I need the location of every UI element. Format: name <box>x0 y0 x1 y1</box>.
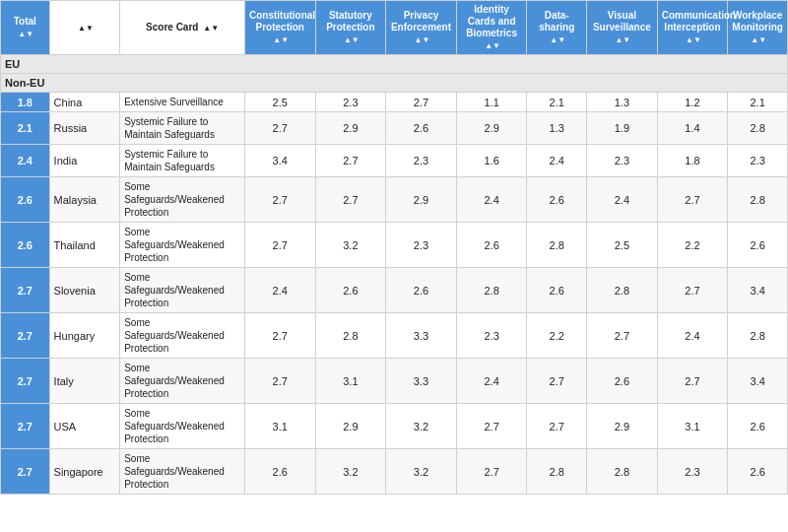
col-header-country[interactable]: ▲▼ <box>49 1 120 55</box>
cell-identity: 2.7 <box>456 404 527 449</box>
cell-workplace: 2.6 <box>728 223 788 268</box>
col-header-privacy[interactable]: Privacy Enforcement ▲▼ <box>386 1 457 55</box>
cell-total: 2.7 <box>1 449 50 495</box>
cell-statutory: 2.6 <box>315 268 386 313</box>
cell-privacy: 2.6 <box>386 112 457 145</box>
cell-scorecard: Systemic Failure to Maintain Safeguards <box>120 112 245 145</box>
sort-icon-privacy: ▲▼ <box>415 35 430 45</box>
cell-identity: 2.9 <box>456 112 527 145</box>
cell-workplace: 2.8 <box>728 112 788 145</box>
cell-communication: 1.8 <box>657 145 728 177</box>
cell-privacy: 2.3 <box>386 145 457 177</box>
cell-datasharing: 2.6 <box>527 268 587 313</box>
cell-datasharing: 2.7 <box>527 359 587 404</box>
cell-total: 2.6 <box>1 177 50 223</box>
table-row: 2.1RussiaSystemic Failure to Maintain Sa… <box>1 112 788 145</box>
cell-total: 2.1 <box>1 112 50 145</box>
cell-communication: 2.2 <box>657 223 728 268</box>
cell-communication: 3.1 <box>657 404 728 449</box>
sort-icon-identity: ▲▼ <box>485 41 500 51</box>
cell-visual: 2.8 <box>587 449 658 495</box>
cell-identity: 2.6 <box>456 223 527 268</box>
cell-statutory: 2.9 <box>315 404 386 449</box>
cell-statutory: 2.7 <box>315 177 386 223</box>
cell-country: Italy <box>49 359 120 404</box>
cell-identity: 2.4 <box>456 177 527 223</box>
sort-icon-scorecard: ▲▼ <box>203 24 219 33</box>
cell-country: Malaysia <box>49 177 120 223</box>
cell-country: Russia <box>49 112 120 145</box>
cell-country: Thailand <box>49 223 120 268</box>
cell-communication: 2.7 <box>657 359 728 404</box>
cell-constitutional: 2.7 <box>244 112 315 145</box>
col-header-total[interactable]: Total ▲▼ <box>1 1 50 55</box>
cell-identity: 1.6 <box>456 145 527 177</box>
cell-scorecard: Some Safeguards/Weakened Protection <box>120 177 245 223</box>
cell-datasharing: 2.8 <box>527 449 587 495</box>
cell-visual: 1.9 <box>587 112 658 145</box>
cell-country: Hungary <box>49 313 120 359</box>
cell-total: 2.6 <box>1 223 50 268</box>
cell-statutory: 3.2 <box>315 223 386 268</box>
cell-visual: 1.3 <box>587 93 658 112</box>
cell-communication: 2.3 <box>657 449 728 495</box>
cell-statutory: 2.7 <box>315 145 386 177</box>
cell-statutory: 2.8 <box>315 313 386 359</box>
cell-privacy: 2.3 <box>386 223 457 268</box>
cell-datasharing: 2.1 <box>527 93 587 112</box>
cell-statutory: 2.3 <box>315 93 386 112</box>
col-header-visual[interactable]: Visual Surveillance ▲▼ <box>587 1 658 55</box>
cell-constitutional: 2.7 <box>244 313 315 359</box>
cell-visual: 2.8 <box>587 268 658 313</box>
cell-total: 2.4 <box>1 145 50 177</box>
cell-communication: 2.7 <box>657 177 728 223</box>
cell-privacy: 2.9 <box>386 177 457 223</box>
cell-scorecard: Some Safeguards/Weakened Protection <box>120 359 245 404</box>
col-header-communication[interactable]: Communication Interception ▲▼ <box>657 1 728 55</box>
section-label: EU <box>1 55 788 74</box>
sort-icon-communication: ▲▼ <box>686 35 701 45</box>
cell-datasharing: 2.8 <box>527 223 587 268</box>
cell-workplace: 3.4 <box>728 268 788 313</box>
col-header-statutory[interactable]: Statutory Protection ▲▼ <box>315 1 386 55</box>
sort-icon-country: ▲▼ <box>78 24 94 33</box>
sort-icon-datasharing: ▲▼ <box>550 35 565 45</box>
cell-privacy: 3.2 <box>386 449 457 495</box>
cell-total: 2.7 <box>1 313 50 359</box>
cell-workplace: 3.4 <box>728 359 788 404</box>
cell-visual: 2.3 <box>587 145 658 177</box>
cell-constitutional: 2.6 <box>244 449 315 495</box>
cell-country: USA <box>49 404 120 449</box>
table-row: 2.7USASome Safeguards/Weakened Protectio… <box>1 404 788 449</box>
cell-statutory: 3.1 <box>315 359 386 404</box>
cell-identity: 2.4 <box>456 359 527 404</box>
col-header-datasharing[interactable]: Data-sharing ▲▼ <box>527 1 587 55</box>
sort-icon-constitutional: ▲▼ <box>273 35 289 45</box>
cell-privacy: 3.3 <box>386 313 457 359</box>
cell-workplace: 2.6 <box>728 449 788 495</box>
col-header-constitutional[interactable]: Constitutional Protection ▲▼ <box>244 1 315 55</box>
data-table: Total ▲▼ ▲▼ Score Card ▲▼ Constitutional… <box>0 0 788 495</box>
cell-constitutional: 2.7 <box>244 177 315 223</box>
cell-constitutional: 2.5 <box>244 93 315 112</box>
col-header-workplace[interactable]: Workplace Monitoring ▲▼ <box>728 1 788 55</box>
col-header-identity[interactable]: Identity Cards and Biometrics ▲▼ <box>456 1 527 55</box>
cell-scorecard: Some Safeguards/Weakened Protection <box>120 223 245 268</box>
sort-icon-workplace: ▲▼ <box>751 35 766 45</box>
table-row: 1.8ChinaExtensive Surveillance2.52.32.71… <box>1 93 788 112</box>
cell-privacy: 3.2 <box>386 404 457 449</box>
cell-identity: 2.7 <box>456 449 527 495</box>
cell-communication: 2.4 <box>657 313 728 359</box>
cell-scorecard: Systemic Failure to Maintain Safeguards <box>120 145 245 177</box>
cell-country: China <box>49 93 120 112</box>
cell-scorecard: Some Safeguards/Weakened Protection <box>120 404 245 449</box>
cell-scorecard: Some Safeguards/Weakened Protection <box>120 313 245 359</box>
cell-scorecard: Some Safeguards/Weakened Protection <box>120 268 245 313</box>
cell-visual: 2.7 <box>587 313 658 359</box>
cell-identity: 2.8 <box>456 268 527 313</box>
col-header-scorecard[interactable]: Score Card ▲▼ <box>120 1 245 55</box>
sort-icon-total: ▲▼ <box>18 30 33 39</box>
cell-visual: 2.5 <box>587 223 658 268</box>
cell-datasharing: 2.4 <box>527 145 587 177</box>
table-row: 2.4IndiaSystemic Failure to Maintain Saf… <box>1 145 788 177</box>
